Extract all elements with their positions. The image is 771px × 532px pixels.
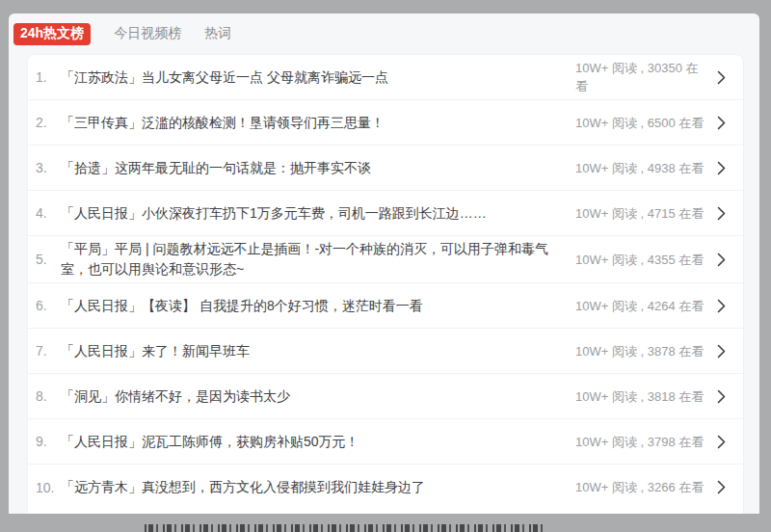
list-item[interactable]: 2. 「三甲传真」泛滥的核酸检测！垦请领导们再三思量！ 10W+ 阅读 , 65… (28, 100, 743, 146)
read-watch-stats: 10W+ 阅读 , 3266 在看 (575, 478, 706, 496)
chevron-right-icon (706, 480, 735, 494)
list-item[interactable]: 6. 「人民日报」【夜读】 自我提升的8个好习惯，迷茫时看一看 10W+ 阅读 … (28, 283, 743, 329)
rank-number: 6. (36, 298, 61, 313)
list-item[interactable]: 4. 「人民日报」小伙深夜打车扔下1万多元车费，司机一路跟到长江边…… 10W+… (28, 191, 743, 236)
tab-bar: 24h热文榜 今日视频榜 热词 (9, 13, 759, 54)
rank-number: 5. (36, 252, 61, 267)
read-watch-stats: 10W+ 阅读 , 3818 在看 (575, 387, 706, 406)
article-title: 「人民日报」【夜读】 自我提升的8个好习惯，迷茫时看一看 (61, 296, 575, 316)
read-watch-stats: 10W+ 阅读 , 6500 在看 (575, 114, 706, 132)
read-watch-stats: 10W+ 阅读 , 30350 在看 (575, 59, 706, 95)
list-item[interactable]: 1. 「江苏政法」当儿女离父母近一点 父母就离诈骗远一点 10W+ 阅读 , 3… (28, 55, 743, 100)
rank-number: 3. (36, 160, 61, 175)
chevron-right-icon (706, 389, 735, 404)
tab-today-videos[interactable]: 今日视频榜 (114, 25, 181, 42)
read-watch-stats: 10W+ 阅读 , 4355 在看 (575, 251, 706, 269)
read-watch-stats: 10W+ 阅读 , 4715 在看 (575, 204, 706, 223)
rank-number: 7. (36, 343, 61, 359)
chevron-right-icon (706, 116, 735, 130)
read-watch-stats: 10W+ 阅读 , 3878 在看 (575, 342, 706, 360)
rank-number: 10. (36, 480, 61, 495)
rank-number: 9. (36, 434, 61, 449)
clipped-text-fragment (145, 524, 544, 532)
chevron-right-icon (706, 299, 735, 313)
hot-list-panel: 24h热文榜 今日视频榜 热词 1. 「江苏政法」当儿女离父母近一点 父母就离诈… (9, 13, 759, 514)
rank-number: 4. (36, 205, 61, 221)
list-item[interactable]: 10. 「远方青木」真没想到，西方文化入侵都摸到我们娃娃身边了 10W+ 阅读 … (28, 465, 743, 510)
article-title: 「远方青木」真没想到，西方文化入侵都摸到我们娃娃身边了 (61, 477, 575, 497)
read-watch-stats: 10W+ 阅读 , 4264 在看 (575, 297, 706, 315)
list-item[interactable]: 9. 「人民日报」泥瓦工陈师傅，获购房补贴50万元！ 10W+ 阅读 , 379… (28, 419, 743, 465)
tab-hot-words[interactable]: 热词 (204, 25, 231, 42)
list-item[interactable]: 8. 「洞见」你情绪不好，是因为读书太少 10W+ 阅读 , 3818 在看 (28, 374, 743, 419)
list-item[interactable]: 7. 「人民日报」来了！新闻早班车 10W+ 阅读 , 3878 在看 (28, 329, 743, 374)
article-title: 「洞见」你情绪不好，是因为读书太少 (61, 386, 575, 407)
article-title: 「人民日报」小伙深夜打车扔下1万多元车费，司机一路跟到长江边…… (61, 203, 575, 224)
chevron-right-icon (706, 253, 735, 267)
chevron-right-icon (706, 344, 735, 359)
rank-number: 8. (36, 388, 61, 404)
article-list: 1. 「江苏政法」当儿女离父母近一点 父母就离诈骗远一点 10W+ 阅读 , 3… (27, 54, 744, 514)
rank-number: 2. (36, 115, 61, 130)
list-item[interactable]: 3. 「拾遗」这两年最无耻的一句话就是：抛开事实不谈 10W+ 阅读 , 493… (28, 146, 743, 191)
article-title: 「江苏政法」当儿女离父母近一点 父母就离诈骗远一点 (61, 67, 575, 88)
read-watch-stats: 10W+ 阅读 , 3798 在看 (575, 433, 706, 451)
article-title: 「三甲传真」泛滥的核酸检测！垦请领导们再三思量！ (61, 113, 575, 133)
chevron-right-icon (706, 70, 735, 85)
chevron-right-icon (706, 161, 735, 175)
chevron-right-icon (706, 435, 735, 449)
read-watch-stats: 10W+ 阅读 , 4938 在看 (575, 159, 706, 177)
article-title: 「平局」平局 | 问题教材远远不止是插画！-对一个种族的消灭，可以用子弹和毒气室… (61, 239, 575, 279)
article-title: 「拾遗」这两年最无耻的一句话就是：抛开事实不谈 (61, 158, 575, 178)
article-title: 「人民日报」泥瓦工陈师傅，获购房补贴50万元！ (61, 432, 575, 452)
article-title: 「人民日报」来了！新闻早班车 (61, 341, 575, 361)
rank-number: 1. (36, 69, 61, 85)
list-item[interactable]: 5. 「平局」平局 | 问题教材远远不止是插画！-对一个种族的消灭，可以用子弹和… (28, 236, 743, 283)
tab-24h-hot-articles[interactable]: 24h热文榜 (13, 23, 91, 45)
chevron-right-icon (706, 206, 735, 221)
